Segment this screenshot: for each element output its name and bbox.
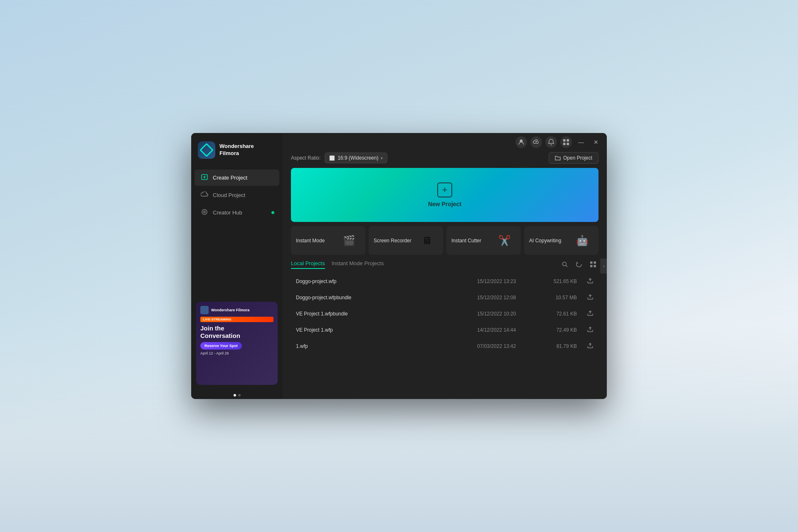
upload-icon[interactable] bbox=[587, 277, 594, 285]
cloud-sync-icon[interactable] bbox=[530, 136, 542, 148]
sidebar-item-cloud-project[interactable]: Cloud Project bbox=[195, 187, 279, 203]
banner-badge: LIVE-STREAMING bbox=[200, 317, 273, 322]
project-size: 72.49 KB bbox=[539, 327, 577, 333]
project-name: Doggo-project.wfp bbox=[296, 278, 477, 284]
search-button[interactable] bbox=[559, 259, 570, 270]
banner-date: April 12 - April 26 bbox=[200, 351, 273, 355]
project-upload bbox=[577, 293, 594, 301]
project-name: 1.wfp bbox=[296, 343, 477, 349]
banner-dots bbox=[191, 392, 283, 399]
create-project-label: Create Project bbox=[213, 175, 247, 181]
project-upload bbox=[577, 277, 594, 285]
creator-hub-label: Creator Hub bbox=[213, 209, 242, 216]
project-size: 10.57 MB bbox=[539, 295, 577, 300]
banner-title: Join the Conversation bbox=[200, 325, 273, 340]
creator-hub-dot bbox=[271, 211, 274, 214]
upload-icon[interactable] bbox=[587, 342, 594, 350]
tabs-left: Local Projects Instant Mode Projects bbox=[291, 260, 384, 269]
monitor-icon: ⬜ bbox=[329, 155, 335, 161]
sidebar-banner[interactable]: Wondershare Filmora LIVE-STREAMING Join … bbox=[196, 302, 278, 385]
projects-table: Doggo-project.wfp 15/12/2022 13:23 521.6… bbox=[291, 273, 598, 354]
screen-recorder-image: 🖥 bbox=[415, 231, 438, 250]
chevron-down-icon: ▾ bbox=[381, 156, 383, 160]
project-name: VE Project 1.wfpbundle bbox=[296, 311, 477, 317]
title-bar: — ✕ bbox=[510, 133, 607, 151]
upload-icon[interactable] bbox=[587, 293, 594, 301]
refresh-button[interactable] bbox=[574, 259, 584, 270]
cloud-project-label: Cloud Project bbox=[213, 192, 245, 198]
table-row[interactable]: VE Project 1.wfp 14/12/2022 14:44 72.49 … bbox=[291, 322, 598, 338]
tool-card-instant-mode[interactable]: Instant Mode 🎬 bbox=[291, 226, 365, 255]
project-date: 14/12/2022 14:44 bbox=[477, 327, 539, 333]
table-row[interactable]: Doggo-project.wfp 15/12/2022 13:23 521.6… bbox=[291, 273, 598, 289]
project-date: 15/12/2022 12:08 bbox=[477, 295, 539, 300]
minimize-button[interactable]: — bbox=[575, 136, 587, 148]
svg-rect-4 bbox=[567, 143, 569, 145]
banner-logo-small bbox=[200, 306, 209, 314]
project-date: 07/03/2022 13:42 bbox=[477, 343, 539, 349]
project-size: 521.65 KB bbox=[539, 278, 577, 284]
tool-card-ai-copywriting[interactable]: AI Copywriting 🤖 bbox=[524, 226, 598, 255]
sidebar-item-create-project[interactable]: Create Project bbox=[195, 170, 279, 186]
new-project-plus-icon: + bbox=[437, 182, 452, 197]
upload-icon[interactable] bbox=[587, 310, 594, 318]
svg-rect-1 bbox=[563, 139, 566, 142]
banner-dot-1[interactable] bbox=[234, 394, 236, 397]
grid-icon[interactable] bbox=[560, 136, 572, 148]
screen-recorder-label: Screen Recorder bbox=[374, 238, 411, 244]
svg-rect-12 bbox=[594, 265, 596, 268]
main-layout: Wondershare Filmora Create Project bbox=[191, 133, 607, 399]
avatar-icon[interactable] bbox=[515, 136, 527, 148]
table-row[interactable]: 1.wfp 07/03/2022 13:42 81.79 KB bbox=[291, 338, 598, 354]
open-project-label: Open Project bbox=[563, 155, 592, 161]
svg-rect-3 bbox=[563, 143, 566, 145]
creator-hub-icon bbox=[200, 209, 209, 217]
new-project-label: New Project bbox=[428, 201, 461, 207]
table-row[interactable]: VE Project 1.wfpbundle 15/12/2022 10:20 … bbox=[291, 305, 598, 322]
new-project-banner[interactable]: + New Project bbox=[291, 168, 598, 222]
sidebar-item-creator-hub[interactable]: Creator Hub bbox=[195, 204, 279, 221]
logo-icon bbox=[198, 141, 215, 159]
aspect-ratio-row: Aspect Ratio: ⬜ 16:9 (Widescreen) ▾ bbox=[291, 153, 387, 163]
banner-dot-2[interactable] bbox=[238, 394, 241, 397]
tab-instant-mode-projects[interactable]: Instant Mode Projects bbox=[332, 260, 384, 269]
instant-mode-label: Instant Mode bbox=[296, 238, 325, 244]
tool-card-instant-cutter[interactable]: Instant Cutter ✂️ bbox=[446, 226, 521, 255]
ai-copywriting-image: 🤖 bbox=[571, 231, 594, 250]
svg-point-6 bbox=[202, 209, 207, 214]
ai-copywriting-label: AI Copywriting bbox=[529, 238, 561, 244]
aspect-ratio-value: 16:9 (Widescreen) bbox=[337, 155, 378, 161]
tool-card-screen-recorder[interactable]: Screen Recorder 🖥 bbox=[369, 226, 443, 255]
svg-point-8 bbox=[563, 262, 566, 266]
banner-content: Wondershare Filmora LIVE-STREAMING Join … bbox=[196, 302, 278, 385]
close-button[interactable]: ✕ bbox=[590, 136, 602, 148]
project-upload bbox=[577, 310, 594, 318]
project-upload bbox=[577, 342, 594, 350]
upload-icon[interactable] bbox=[587, 326, 594, 334]
project-size: 81.79 KB bbox=[539, 343, 577, 349]
tab-local-projects[interactable]: Local Projects bbox=[291, 260, 325, 269]
project-name: VE Project 1.wfp bbox=[296, 327, 477, 333]
svg-rect-10 bbox=[594, 261, 596, 264]
aspect-ratio-label: Aspect Ratio: bbox=[291, 155, 320, 161]
notification-icon[interactable] bbox=[545, 136, 557, 148]
svg-rect-9 bbox=[590, 261, 593, 264]
table-row[interactable]: Doggo-project.wfpbundle 15/12/2022 12:08… bbox=[291, 289, 598, 305]
instant-cutter-image: ✂️ bbox=[493, 231, 516, 250]
projects-section: Local Projects Instant Mode Projects bbox=[291, 259, 598, 399]
cloud-project-icon bbox=[200, 192, 209, 199]
open-project-button[interactable]: Open Project bbox=[549, 152, 598, 164]
banner-logo-area: Wondershare Filmora bbox=[200, 306, 273, 314]
banner-logo-text: Wondershare Filmora bbox=[211, 308, 249, 312]
instant-mode-image: 🎬 bbox=[337, 231, 360, 250]
svg-rect-2 bbox=[567, 139, 569, 142]
folder-icon bbox=[555, 155, 561, 161]
view-toggle-button[interactable] bbox=[588, 259, 598, 270]
app-window: — ✕ Wondershare Filmora Create Proje bbox=[191, 133, 607, 399]
aspect-ratio-dropdown[interactable]: ⬜ 16:9 (Widescreen) ▾ bbox=[325, 153, 387, 163]
content-area: Aspect Ratio: ⬜ 16:9 (Widescreen) ▾ Open… bbox=[283, 133, 607, 399]
app-logo: Wondershare Filmora bbox=[191, 133, 283, 169]
svg-point-7 bbox=[204, 211, 205, 213]
banner-reserve-button[interactable]: Reserve Your Spot bbox=[200, 342, 242, 350]
project-name: Doggo-project.wfpbundle bbox=[296, 295, 477, 300]
